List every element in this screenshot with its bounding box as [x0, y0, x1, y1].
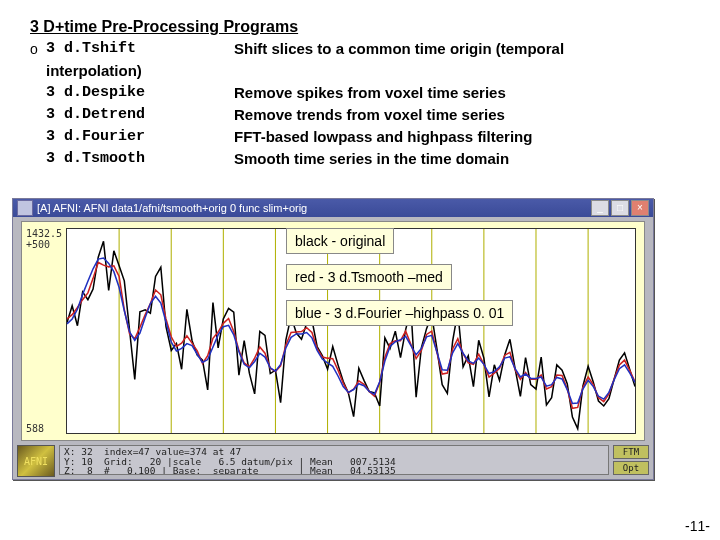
yaxis-bottom-label: 588 — [26, 423, 44, 434]
bullet: o — [30, 38, 46, 60]
afni-logo-swatch: AFNI — [17, 445, 55, 477]
ftm-button[interactable]: FTM — [613, 445, 649, 459]
program-desc: Smooth time series in the time domain — [234, 148, 690, 170]
program-row: 3 d.Tsmooth Smooth time series in the ti… — [30, 148, 690, 170]
program-name: 3 d.Detrend — [46, 104, 234, 126]
close-button[interactable]: × — [631, 200, 649, 216]
app-icon — [17, 200, 33, 216]
program-row: o 3 d.Tshift Shift slices to a common ti… — [30, 38, 690, 60]
program-row: 3 d.Despike Remove spikes from voxel tim… — [30, 82, 690, 104]
program-row: 3 d.Fourier FFT-based lowpass and highpa… — [30, 126, 690, 148]
program-name: 3 d.Fourier — [46, 126, 234, 148]
program-list-section: 3 D+time Pre-Processing Programs o 3 d.T… — [30, 16, 690, 170]
plot-canvas — [66, 228, 636, 434]
program-name: 3 d.Tshift — [46, 38, 234, 60]
program-row: 3 d.Detrend Remove trends from voxel tim… — [30, 104, 690, 126]
bullet — [30, 82, 46, 104]
bullet — [30, 126, 46, 148]
legend-black: black - original — [286, 228, 394, 254]
legend-blue: blue - 3 d.Fourier –highpass 0. 01 — [286, 300, 513, 326]
yaxis-top-label: 1432.5 +500 — [26, 228, 62, 250]
bullet — [30, 104, 46, 126]
program-desc: FFT-based lowpass and highpass filtering — [234, 126, 690, 148]
program-name: 3 d.Tsmooth — [46, 148, 234, 170]
legend-red: red - 3 d.Tsmooth –med — [286, 264, 452, 290]
status-text: X: 32 index=47 value=374 at 47 Y: 10 Gri… — [59, 445, 609, 475]
opt-button[interactable]: Opt — [613, 461, 649, 475]
timeseries-chart — [67, 229, 635, 433]
window-titlebar[interactable]: [A] AFNI: AFNI data1/afni/tsmooth+orig 0… — [13, 199, 653, 217]
program-desc: Remove spikes from voxel time series — [234, 82, 690, 104]
section-heading: 3 D+time Pre-Processing Programs — [30, 16, 690, 38]
program-name: 3 d.Despike — [46, 82, 234, 104]
status-bar: AFNI X: 32 index=47 value=374 at 47 Y: 1… — [17, 445, 649, 475]
plot-panel: 1432.5 +500 588 — [21, 221, 645, 441]
program-desc-cont: interpolation) — [46, 60, 690, 82]
minimize-button[interactable]: _ — [591, 200, 609, 216]
program-desc: Remove trends from voxel time series — [234, 104, 690, 126]
page-number: -11- — [685, 518, 710, 534]
maximize-button[interactable]: □ — [611, 200, 629, 216]
program-desc: Shift slices to a common time origin (te… — [234, 38, 690, 60]
window-title: [A] AFNI: AFNI data1/afni/tsmooth+orig 0… — [37, 202, 587, 214]
bullet — [30, 148, 46, 170]
